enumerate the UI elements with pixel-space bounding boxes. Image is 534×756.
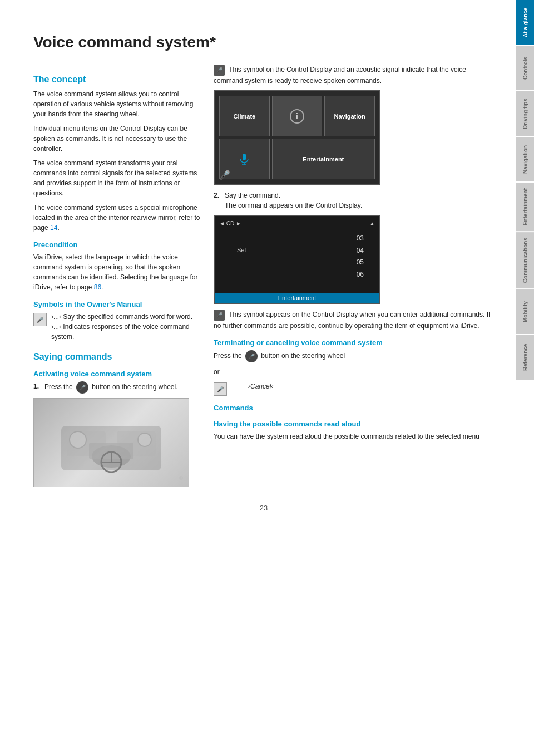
symbol-control-display-desc: 🎤 This symbol on the Control Display and… [214,65,494,86]
step-2-item: 2. Say the command. The command appears … [214,190,494,210]
cd-voice-icon-inline: 🎤 [214,65,225,76]
concept-para-2: Individual menu items on the Control Dis… [33,124,200,154]
cd-tracks: 03 04 05 06 [219,233,375,281]
symbols-title: Symbols in the Owner's Manual [33,300,200,308]
cd-cell-entertainment: Entertainment [272,139,375,179]
control-display-image-2: ◄ CD ► ▲ 03 04 05 06 Set 00:00 Entertain… [214,215,380,304]
cd-footer-label: Entertainment [215,293,379,303]
cd-cell-center: i [272,96,323,136]
cd-microphone-icon [238,153,251,166]
sidebar-tab-mobility[interactable]: Mobility [516,289,534,334]
steering-btn-icon-2: 🎤 [245,350,258,362]
concept-para-3: The voice command system transforms your… [33,158,200,198]
left-column: The concept The voice command system all… [33,65,200,493]
car-interior-svg [56,409,167,476]
right-column: 🎤 This symbol on the Control Display and… [214,65,494,493]
additional-voice-icon: 🎤 [214,310,225,321]
page-link-86[interactable]: 86 [94,283,101,291]
symbol-say: ›...‹ Say the specified commands word fo… [51,313,192,321]
cd-grid: Climate i Navigation [215,91,379,184]
precondition-text: Via iDrive, select the language in which… [33,252,200,292]
cd-center-icon: i [289,108,305,125]
step-2-say: Say the command. [225,192,280,199]
cancel-label: ›Cancel‹ [248,381,273,391]
activating-title: Activating voice command system [33,370,200,378]
sidebar-tab-communications[interactable]: Communications [516,232,534,288]
cd-cell-navigation: Navigation [324,96,375,136]
having-aloud-text: You can have the system read aloud the p… [214,431,494,441]
svg-rect-12 [243,154,246,160]
svg-text:i: i [296,112,298,121]
additional-desc-text: This symbol appears on the Control Displ… [214,311,490,330]
step-1-text: Press the 🎤 button on the steering wheel… [44,381,177,394]
concept-title: The concept [33,75,200,85]
voice-symbol-icon: 🎤 [33,313,47,326]
commands-title: Commands [214,404,494,412]
symbol-text-1: ›...‹ Say the specified commands word fo… [51,312,200,342]
saying-commands-title: Saying commands [33,352,200,362]
cd-track-05: 05 [219,257,364,269]
cancel-row: 🎤 ›Cancel‹ [214,381,494,396]
cd-cell-climate: Climate [219,96,270,136]
terminating-text-1: Press the 🎤 button on the steering wheel [214,350,494,362]
main-content: Voice command system* The concept The vo… [0,0,516,756]
page-link-14[interactable]: 14 [50,224,57,232]
page-title: Voice command system* [33,33,494,51]
step-num-1: 1. [33,381,41,394]
sidebar-tab-at-a-glance[interactable]: At a glance [516,0,534,45]
cd-track-03: 03 [219,233,364,245]
step-2-text: Say the command. The command appears on … [225,190,362,210]
two-column-layout: The concept The voice command system all… [33,65,494,493]
step-1: 1. Press the 🎤 button on the steering wh… [33,381,200,394]
steering-btn-icon: 🎤 [76,381,88,394]
cd-header: ◄ CD ► ▲ [219,220,375,229]
cd-set-label: Set [237,247,246,253]
concept-para-1: The voice command system allows you to c… [33,89,200,119]
having-aloud-title: Having the possible commands read aloud [214,420,494,428]
cancel-symbol-icon: 🎤 [214,382,227,396]
symbol-row-1: 🎤 ›...‹ Say the specified commands word … [33,312,200,342]
image-watermark: © [179,475,183,481]
cd-bottom-voice-icon: 🎤 [219,170,230,180]
concept-para-4: The voice command system uses a special … [33,203,200,233]
page-number: 23 [33,504,494,512]
terminating-title: Terminating or canceling voice command s… [214,338,494,347]
car-interior-image: © [33,398,189,487]
step-2-list: 2. Say the command. The command appears … [214,190,494,210]
svg-point-6 [138,433,151,446]
activating-steps: 1. Press the 🎤 button on the steering wh… [33,381,200,394]
cd-header-text: ◄ CD ► [219,220,241,227]
terminating-or: or [214,367,494,377]
svg-point-5 [70,431,86,448]
precondition-title: Precondition [33,240,200,249]
symbol-response: ›...‹ Indicates responses of the voice c… [51,323,190,341]
sidebar-tab-reference[interactable]: Reference [516,335,534,380]
car-image-inner [34,399,189,487]
cd-arrow-icon: ▲ [369,220,375,227]
sidebar-tab-navigation[interactable]: Navigation [516,137,534,181]
additional-commands-desc: 🎤 This symbol appears on the Control Dis… [214,310,494,331]
symbol-desc-text: This symbol on the Control Display and a… [214,66,466,85]
sidebar-tab-entertainment[interactable]: Entertainment [516,183,534,231]
cd-track-06: 06 [219,269,364,281]
step-2-sub: The command appears on the Control Displ… [225,202,362,209]
step-num-2: 2. [214,190,221,210]
sidebar-tab-driving-tips[interactable]: Driving tips [516,91,534,136]
control-display-image-1: Climate i Navigation [214,90,380,185]
sidebar: At a glance Controls Driving tips Naviga… [516,0,534,756]
sidebar-tab-controls[interactable]: Controls [516,46,534,90]
